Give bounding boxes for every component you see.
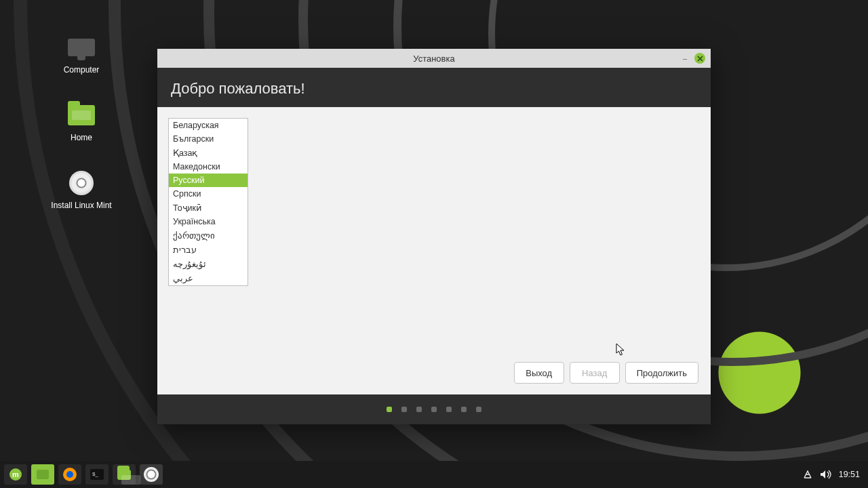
language-option[interactable]: Русский [169, 174, 248, 187]
language-option[interactable]: Қазақ [169, 146, 248, 160]
installer-content: БеларускаяБългарскиҚазақМакедонскиРусски… [157, 107, 711, 394]
language-option[interactable]: Српски [169, 187, 248, 201]
svg-text:$_: $_ [92, 471, 98, 477]
window-titlebar[interactable]: Установка – [157, 49, 711, 68]
svg-rect-2 [37, 470, 49, 479]
desktop-icon-label: Install Linux Mint [41, 201, 122, 210]
taskbar-firefox[interactable] [58, 464, 81, 485]
computer-icon [68, 39, 95, 56]
window-close-button[interactable] [694, 53, 705, 64]
language-option[interactable]: Беларуская [169, 119, 248, 132]
desktop-icon-home[interactable]: Home [41, 102, 122, 142]
disc-icon [69, 171, 94, 195]
step-indicator [157, 394, 711, 424]
window-title: Установка [413, 54, 454, 64]
taskbar-show-desktop[interactable] [31, 464, 54, 485]
step-dot [387, 407, 392, 412]
disc-icon [144, 467, 159, 482]
firefox-icon [62, 467, 77, 482]
step-dot [431, 407, 437, 412]
step-dot [416, 407, 422, 412]
taskbar-clock[interactable]: 19:51 [839, 470, 860, 479]
taskbar-installer-running[interactable] [140, 464, 163, 485]
mint-logo-icon: m [9, 468, 22, 481]
quit-button[interactable]: Выход [514, 362, 564, 384]
window-minimize-button[interactable]: – [679, 53, 690, 64]
folder-icon [68, 105, 95, 125]
folder-icon [117, 470, 131, 480]
svg-text:m: m [12, 470, 19, 479]
language-option[interactable]: ئۇيغۇرچە [169, 257, 248, 271]
network-icon[interactable] [802, 469, 813, 480]
taskbar-terminal[interactable]: $_ [85, 464, 108, 485]
taskbar-files[interactable] [113, 464, 136, 485]
desktop-icon-install[interactable]: Install Linux Mint [41, 169, 122, 210]
language-list[interactable]: БеларускаяБългарскиҚазақМакедонскиРусски… [168, 118, 248, 286]
desktop-icon-computer[interactable]: Computer [41, 34, 122, 75]
desktop-icon [37, 470, 49, 479]
svg-point-4 [66, 471, 73, 478]
language-option[interactable]: ქართული [169, 228, 248, 243]
language-option[interactable]: Українська [169, 215, 248, 228]
close-icon [697, 56, 703, 62]
step-dot [476, 407, 481, 412]
language-option[interactable]: Тоҷикӣ [169, 201, 248, 215]
language-option[interactable]: Български [169, 132, 248, 146]
terminal-icon: $_ [90, 469, 104, 480]
continue-button[interactable]: Продолжить [625, 362, 698, 384]
desktop-icon-label: Home [41, 133, 122, 142]
language-option[interactable]: עברית [169, 243, 248, 257]
volume-icon[interactable] [820, 470, 832, 479]
desktop-icon-label: Computer [41, 65, 122, 75]
installer-window: Установка – Добро пожаловать! Беларуская… [157, 49, 711, 424]
step-dot [461, 407, 467, 412]
language-option[interactable]: عربي [169, 271, 248, 285]
start-menu-button[interactable]: m [4, 464, 27, 485]
step-dot [401, 407, 407, 412]
language-option[interactable]: Македонски [169, 160, 248, 174]
welcome-heading: Добро пожаловать! [157, 68, 711, 107]
taskbar: m $_ 19:51 [0, 461, 868, 488]
step-dot [446, 407, 452, 412]
back-button: Назад [570, 362, 620, 384]
